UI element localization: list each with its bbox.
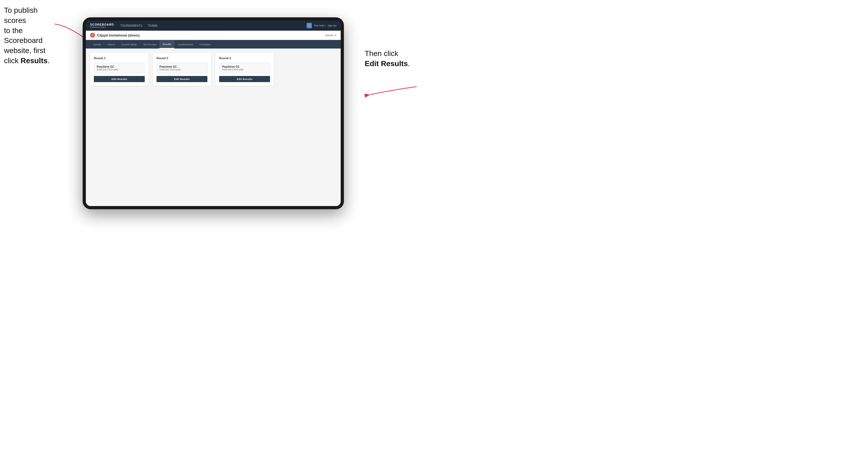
- round-2-course-info: Peachtree GC Gold (M) (7010 yds): [156, 63, 208, 73]
- round-card-2: Round 2 Peachtree GC Gold (M) (7010 yds)…: [153, 53, 211, 86]
- tournament-header: C Clippd Invitational (demo) Cancel ✕: [86, 31, 341, 40]
- tab-details[interactable]: Details: [90, 40, 104, 49]
- tablet-device: SCOREBOARD Powered by clippd TOURNAMENTS…: [83, 17, 344, 209]
- signout-link[interactable]: Sign out: [328, 24, 336, 27]
- round-2-course-name: Peachtree GC: [159, 65, 205, 68]
- tab-tee-groups[interactable]: Tee Groups: [140, 40, 159, 49]
- round-card-1: Round 1 Peachtree GC Gold (M) (7010 yds)…: [90, 53, 149, 86]
- user-avatar: T: [307, 23, 312, 28]
- logo-sub: Powered by clippd: [90, 26, 114, 28]
- nav-tournaments[interactable]: TOURNAMENTS: [120, 24, 142, 28]
- edit-results-button-3[interactable]: Edit Results: [219, 76, 270, 82]
- round-2-title: Round 2: [156, 57, 208, 60]
- round-1-title: Round 1: [94, 57, 145, 60]
- round-3-course-info: Peachtree GC Gold (M) (7010 yds): [219, 63, 270, 73]
- edit-results-button-1[interactable]: Edit Results: [94, 76, 145, 82]
- round-3-title: Round 3: [219, 57, 270, 60]
- logo-text: SCOREBOARD: [90, 23, 114, 26]
- rounds-grid: Round 1 Peachtree GC Gold (M) (7010 yds)…: [90, 53, 336, 86]
- instruction-left: To publish scores to the Scoreboard webs…: [4, 5, 57, 66]
- tab-nav: Details Teams Course Setup Tee Groups Re…: [86, 40, 341, 49]
- nav-links: TOURNAMENTS TEAMS: [120, 24, 307, 28]
- edit-results-button-2[interactable]: Edit Results: [156, 76, 208, 82]
- round-card-3: Round 3 Peachtree GC Gold (M) (7010 yds)…: [215, 53, 274, 86]
- tab-printables[interactable]: Printables: [196, 40, 214, 49]
- instruction-right: Then click Edit Results.: [365, 49, 418, 69]
- round-3-course-details: Gold (M) (7010 yds): [222, 68, 267, 71]
- tablet-screen: SCOREBOARD Powered by clippd TOURNAMENTS…: [86, 21, 341, 206]
- cancel-button[interactable]: Cancel ✕: [325, 34, 336, 37]
- empty-column: [278, 53, 336, 86]
- top-nav: SCOREBOARD Powered by clippd TOURNAMENTS…: [86, 21, 341, 31]
- main-content: Round 1 Peachtree GC Gold (M) (7010 yds)…: [86, 49, 341, 206]
- round-2-course-details: Gold (M) (7010 yds): [159, 68, 205, 71]
- tab-results[interactable]: Results: [159, 40, 174, 49]
- tab-teams[interactable]: Teams: [104, 40, 118, 49]
- tab-course-setup[interactable]: Course Setup: [118, 40, 140, 49]
- arrow-to-edit-results: [365, 81, 418, 100]
- round-1-course-info: Peachtree GC Gold (M) (7010 yds): [94, 63, 145, 73]
- c-logo: C: [90, 33, 95, 38]
- user-label: Test User |: [314, 24, 326, 27]
- round-1-course-name: Peachtree GC: [97, 65, 142, 68]
- top-nav-right: T Test User | Sign out: [307, 23, 336, 28]
- round-3-course-name: Peachtree GC: [222, 65, 267, 68]
- tab-leaderboards[interactable]: Leaderboards: [174, 40, 196, 49]
- nav-teams[interactable]: TEAMS: [148, 24, 158, 28]
- round-1-course-details: Gold (M) (7010 yds): [97, 68, 142, 71]
- tournament-name: Clippd Invitational (demo): [97, 33, 140, 37]
- tournament-title: C Clippd Invitational (demo): [90, 33, 140, 38]
- logo-area: SCOREBOARD Powered by clippd: [90, 23, 114, 28]
